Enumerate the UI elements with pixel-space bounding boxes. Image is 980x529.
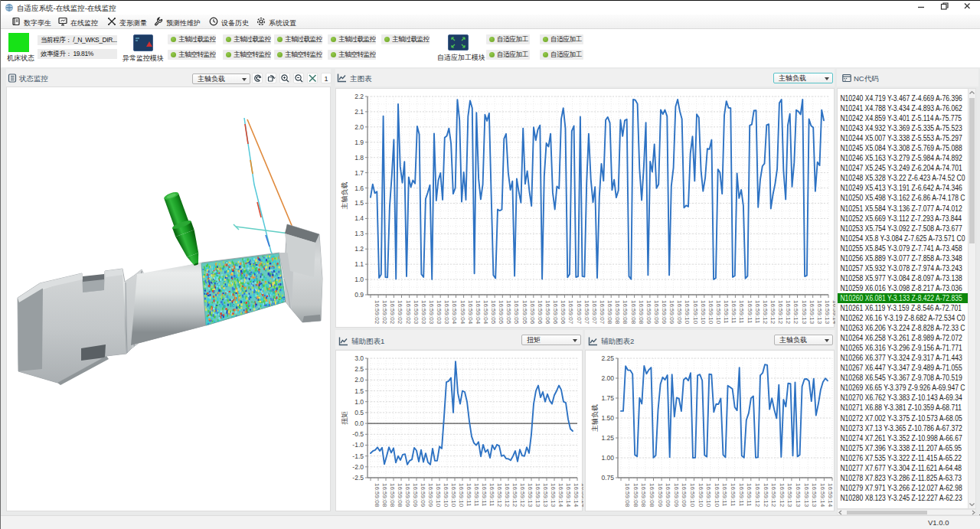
svg-text:1.00: 1.00 <box>601 454 614 462</box>
svg-text:1.8: 1.8 <box>354 154 364 162</box>
svg-text:1.0: 1.0 <box>354 398 364 406</box>
svg-text:16:59:13: 16:59:13 <box>542 483 549 508</box>
svg-text:16:59:12: 16:59:12 <box>762 300 769 325</box>
svg-text:16:59:08: 16:59:08 <box>397 483 403 508</box>
svg-text:16:59:14: 16:59:14 <box>557 483 564 508</box>
svg-text:16:59:11: 16:59:11 <box>723 300 730 324</box>
svg-text:16:59:03: 16:59:03 <box>428 300 435 325</box>
svg-text:16:59:11: 16:59:11 <box>738 483 745 507</box>
svg-text:16:59:03: 16:59:03 <box>443 300 450 325</box>
svg-text:2.0: 2.0 <box>354 376 364 384</box>
svg-text:16:59:02: 16:59:02 <box>381 300 388 325</box>
svg-text:16:59:04: 16:59:04 <box>482 300 489 325</box>
svg-text:16:59:14: 16:59:14 <box>573 483 580 508</box>
svg-text:16:59:14: 16:59:14 <box>565 483 572 508</box>
svg-text:0.75: 0.75 <box>601 474 614 482</box>
svg-text:16:59:05: 16:59:05 <box>490 300 497 325</box>
svg-text:16:59:08: 16:59:08 <box>624 483 631 508</box>
svg-text:16:59:09: 16:59:09 <box>645 300 652 325</box>
svg-text:16:59:09: 16:59:09 <box>665 483 671 508</box>
svg-text:16:59:10: 16:59:10 <box>692 300 699 325</box>
svg-text:16:59:02: 16:59:02 <box>389 300 396 325</box>
svg-text:16:59:09: 16:59:09 <box>427 483 434 508</box>
svg-text:16:59:11: 16:59:11 <box>746 483 753 507</box>
svg-text:16:59:12: 16:59:12 <box>792 300 799 325</box>
svg-text:1.0: 1.0 <box>354 276 364 283</box>
svg-text:16:59:09: 16:59:09 <box>404 483 411 508</box>
svg-text:16:59:12: 16:59:12 <box>754 483 761 508</box>
svg-text:16:59:09: 16:59:09 <box>661 300 668 325</box>
svg-text:2.5: 2.5 <box>354 365 364 373</box>
svg-text:16:59:10: 16:59:10 <box>435 483 442 508</box>
svg-text:1.50: 1.50 <box>601 414 614 422</box>
svg-text:16:59:14: 16:59:14 <box>831 300 835 325</box>
svg-text:主轴负载: 主轴负载 <box>591 404 599 432</box>
svg-text:16:59:12: 16:59:12 <box>777 300 784 325</box>
svg-text:16:59:10: 16:59:10 <box>443 483 449 508</box>
svg-text:16:59:07: 16:59:07 <box>576 300 583 325</box>
svg-text:16:59:10: 16:59:10 <box>458 483 465 508</box>
svg-text:1.2: 1.2 <box>354 245 364 253</box>
svg-text:16:59:07: 16:59:07 <box>567 300 574 325</box>
svg-text:16:59:09: 16:59:09 <box>653 300 660 325</box>
svg-text:16:59:09: 16:59:09 <box>676 300 683 325</box>
svg-text:16:59:11: 16:59:11 <box>730 483 737 507</box>
svg-text:1.25: 1.25 <box>601 434 614 442</box>
svg-text:16:59:08: 16:59:08 <box>606 300 613 325</box>
svg-text:16:59:14: 16:59:14 <box>827 483 834 508</box>
svg-text:16:59:08: 16:59:08 <box>648 483 655 508</box>
svg-text:16:59:09: 16:59:09 <box>673 483 680 508</box>
svg-text:2.25: 2.25 <box>601 354 614 362</box>
svg-text:16:59:12: 16:59:12 <box>511 483 518 508</box>
svg-text:16:59:10: 16:59:10 <box>700 300 707 325</box>
svg-text:2.1: 2.1 <box>354 108 364 116</box>
svg-text:16:59:09: 16:59:09 <box>657 483 664 508</box>
svg-text:16:59:05: 16:59:05 <box>505 300 512 325</box>
svg-text:16:59:05: 16:59:05 <box>521 300 528 325</box>
svg-text:16:59:08: 16:59:08 <box>381 483 388 508</box>
svg-text:16:59:10: 16:59:10 <box>707 300 714 325</box>
svg-text:16:59:12: 16:59:12 <box>770 483 777 508</box>
svg-text:1.5: 1.5 <box>354 387 364 395</box>
svg-text:16:59:13: 16:59:13 <box>527 483 534 508</box>
svg-text:-2.0: -2.0 <box>352 463 364 471</box>
svg-text:16:59:05: 16:59:05 <box>498 300 505 325</box>
svg-text:16:59:08: 16:59:08 <box>374 483 381 508</box>
svg-text:16:59:13: 16:59:13 <box>534 483 541 508</box>
svg-text:16:59:08: 16:59:08 <box>638 300 645 325</box>
svg-text:16:59:12: 16:59:12 <box>496 483 503 508</box>
svg-text:16:59:11: 16:59:11 <box>746 300 753 324</box>
svg-text:16:59:11: 16:59:11 <box>730 300 737 324</box>
svg-text:16:59:03: 16:59:03 <box>413 300 420 325</box>
svg-text:16:59:08: 16:59:08 <box>632 483 639 508</box>
svg-text:0.0: 0.0 <box>354 420 364 427</box>
svg-text:16:59:13: 16:59:13 <box>795 483 802 508</box>
svg-text:16:59:07: 16:59:07 <box>583 300 590 325</box>
svg-text:16:59:12: 16:59:12 <box>763 483 769 508</box>
svg-text:16:59:08: 16:59:08 <box>622 300 629 325</box>
svg-text:1: 1 <box>324 75 328 83</box>
svg-text:1.6: 1.6 <box>354 184 364 192</box>
svg-text:16:59:10: 16:59:10 <box>450 483 457 508</box>
svg-text:16:59:06: 16:59:06 <box>544 300 551 325</box>
svg-text:16:59:10: 16:59:10 <box>715 300 722 325</box>
svg-text:16:59:13: 16:59:13 <box>808 300 815 325</box>
svg-text:0.9: 0.9 <box>354 291 364 299</box>
svg-text:16:59:02: 16:59:02 <box>374 300 381 325</box>
svg-text:16:59:06: 16:59:06 <box>537 300 544 325</box>
svg-text:16:59:13: 16:59:13 <box>786 483 793 508</box>
svg-text:16:59:12: 16:59:12 <box>785 300 792 325</box>
svg-text:3.0: 3.0 <box>354 354 364 362</box>
svg-text:16:59:12: 16:59:12 <box>769 300 776 325</box>
svg-text:2.2: 2.2 <box>354 93 364 100</box>
svg-text:16:59:06: 16:59:06 <box>552 300 559 325</box>
svg-text:16:59:04: 16:59:04 <box>467 300 474 325</box>
svg-text:2.00: 2.00 <box>601 374 614 382</box>
svg-text:1.4: 1.4 <box>354 214 364 222</box>
svg-text:1.5: 1.5 <box>354 199 364 207</box>
svg-text:16:59:03: 16:59:03 <box>436 300 443 325</box>
svg-text:16:59:13: 16:59:13 <box>816 300 823 325</box>
svg-text:16:59:04: 16:59:04 <box>475 300 482 325</box>
svg-text:16:59:10: 16:59:10 <box>714 483 720 508</box>
svg-text:16:59:12: 16:59:12 <box>504 483 511 508</box>
